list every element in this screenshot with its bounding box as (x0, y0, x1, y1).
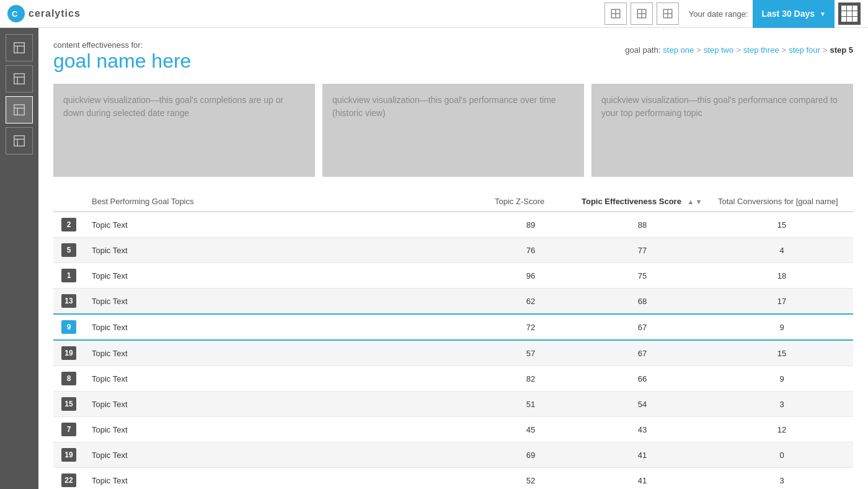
table-row[interactable]: 19 Topic Text 69 41 0 (53, 442, 853, 468)
cell-topic: Topic Text (84, 238, 487, 263)
cell-eff: 67 (574, 340, 711, 366)
rank-badge: 15 (61, 397, 76, 411)
goal-name: goal name here (53, 50, 191, 73)
cell-zscore: 82 (487, 366, 574, 392)
page-header: content effectiveness for: goal name her… (53, 40, 853, 73)
cell-rank: 9 (53, 314, 84, 340)
col-header-zscore: Topic Z-Score (487, 192, 574, 212)
cell-eff: 68 (574, 289, 711, 315)
date-range-label: Your date range: (689, 9, 748, 19)
nav-icon-3[interactable] (657, 2, 679, 25)
svg-rect-17 (14, 105, 25, 115)
cell-conv: 12 (711, 417, 853, 442)
table-row[interactable]: 9 Topic Text 72 67 9 (53, 314, 853, 340)
path-step-current: step 5 (830, 45, 853, 55)
cell-eff: 43 (574, 417, 711, 442)
cell-conv: 3 (711, 468, 853, 490)
viz-box-2: quickview visualization—this goal's perf… (322, 84, 584, 177)
content-title-label: content effectiveness for: (53, 40, 191, 50)
cell-eff: 88 (574, 212, 711, 238)
table-row[interactable]: 1 Topic Text 96 75 18 (53, 263, 853, 289)
rank-badge: 13 (61, 294, 76, 308)
cell-conv: 0 (711, 442, 853, 468)
sort-arrows: ▲ ▼ (688, 198, 702, 205)
cell-topic: Topic Text (84, 314, 487, 340)
table-header-row: Best Performing Goal Topics Topic Z-Scor… (53, 192, 853, 212)
rank-badge: 19 (61, 346, 76, 360)
viz-box-1: quickview visualization—this goal's comp… (53, 84, 315, 177)
sidebar-item-settings[interactable] (6, 127, 33, 155)
cell-rank: 1 (53, 263, 84, 289)
table-row[interactable]: 7 Topic Text 45 43 12 (53, 417, 853, 442)
table-row[interactable]: 13 Topic Text 62 68 17 (53, 289, 853, 315)
col-eff-label: Topic Effectiveness Score (582, 197, 681, 206)
cell-rank: 15 (53, 392, 84, 417)
cell-eff: 67 (574, 314, 711, 340)
data-table: Best Performing Goal Topics Topic Z-Scor… (53, 192, 853, 489)
cell-topic: Topic Text (84, 289, 487, 315)
sidebar-item-target[interactable] (6, 96, 33, 123)
cell-topic: Topic Text (84, 340, 487, 366)
path-step-one[interactable]: step one (663, 45, 694, 55)
path-sep-4: > (823, 45, 828, 55)
cell-rank: 22 (53, 468, 84, 490)
cell-conv: 15 (711, 340, 853, 366)
cell-topic: Topic Text (84, 417, 487, 442)
cell-eff: 41 (574, 442, 711, 468)
cell-conv: 4 (711, 238, 853, 263)
nav-icons (604, 2, 679, 25)
cell-rank: 8 (53, 366, 84, 392)
viz-row: quickview visualization—this goal's comp… (53, 84, 853, 177)
table-row[interactable]: 19 Topic Text 57 67 15 (53, 340, 853, 366)
logo-text: ceralytics (29, 8, 81, 19)
date-range-button[interactable]: Last 30 Days ▼ (753, 0, 835, 28)
chevron-down-icon: ▼ (820, 11, 826, 17)
rank-badge: 1 (61, 269, 76, 282)
path-step-three[interactable]: step three (743, 45, 779, 55)
cell-topic: Topic Text (84, 468, 487, 490)
sidebar-item-menu[interactable] (6, 34, 33, 61)
table-row[interactable]: 15 Topic Text 51 54 3 (53, 392, 853, 417)
svg-rect-11 (14, 43, 25, 53)
sidebar (0, 28, 38, 489)
cell-zscore: 62 (487, 289, 574, 315)
cell-conv: 18 (711, 263, 853, 289)
table-row[interactable]: 8 Topic Text 82 66 9 (53, 366, 853, 392)
table-section: Best Performing Goal Topics Topic Z-Scor… (53, 192, 853, 489)
date-range-value: Last 30 Days (761, 9, 815, 19)
table-row[interactable]: 5 Topic Text 76 77 4 (53, 238, 853, 263)
viz-box-3: quickview visualization—this goal's perf… (591, 84, 853, 177)
cell-zscore: 52 (487, 468, 574, 490)
path-sep-3: > (782, 45, 787, 55)
cell-conv: 9 (711, 314, 853, 340)
path-step-four[interactable]: step four (789, 45, 820, 55)
main-content: content effectiveness for: goal name her… (38, 28, 868, 489)
sort-down-icon[interactable]: ▼ (695, 198, 702, 205)
table-row[interactable]: 22 Topic Text 52 41 3 (53, 468, 853, 490)
rank-badge: 7 (61, 423, 76, 436)
grid-icon[interactable] (838, 2, 861, 25)
cell-eff: 54 (574, 392, 711, 417)
sidebar-item-chart[interactable] (6, 65, 33, 92)
page-title-group: content effectiveness for: goal name her… (53, 40, 191, 73)
nav-icon-1[interactable] (604, 2, 627, 25)
goal-path-label: goal path: (625, 45, 660, 55)
nav-icon-2[interactable] (631, 2, 653, 25)
sort-up-icon[interactable]: ▲ (688, 198, 694, 205)
cell-conv: 9 (711, 366, 853, 392)
main-layout: content effectiveness for: goal name her… (0, 28, 868, 489)
cell-zscore: 57 (487, 340, 574, 366)
rank-badge: 8 (61, 372, 76, 385)
table-row[interactable]: 2 Topic Text 89 88 15 (53, 212, 853, 238)
cell-eff: 41 (574, 468, 711, 490)
rank-badge: 19 (61, 448, 76, 462)
cell-zscore: 76 (487, 238, 574, 263)
col-header-eff: Topic Effectiveness Score ▲ ▼ (574, 192, 711, 212)
logo-icon: C (7, 5, 25, 22)
cell-zscore: 45 (487, 417, 574, 442)
svg-text:C: C (12, 9, 18, 19)
cell-rank: 19 (53, 340, 84, 366)
path-step-two[interactable]: step two (704, 45, 733, 55)
cell-topic: Topic Text (84, 263, 487, 289)
cell-rank: 7 (53, 417, 84, 442)
